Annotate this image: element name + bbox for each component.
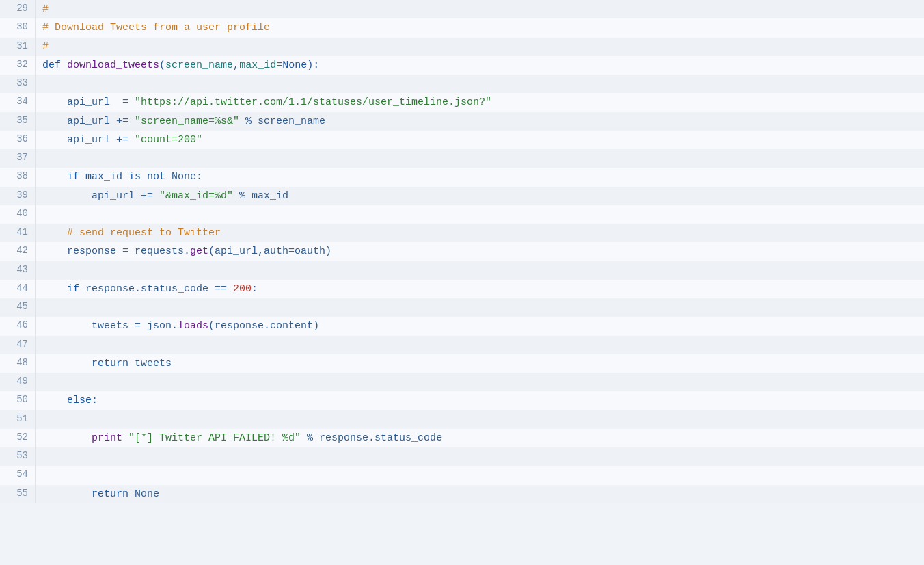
table-row: 41 # send request to Twitter bbox=[0, 224, 924, 242]
line-number: 35 bbox=[0, 112, 36, 131]
table-row: 30# Download Tweets from a user profile bbox=[0, 18, 924, 37]
line-number: 31 bbox=[0, 38, 36, 56]
table-row: 48 return tweets bbox=[0, 354, 924, 373]
table-row: 33 bbox=[0, 75, 924, 93]
token: print bbox=[92, 432, 122, 444]
line-code: def download_tweets(screen_name,max_id=N… bbox=[36, 56, 924, 75]
line-number: 38 bbox=[0, 168, 36, 186]
token: # bbox=[42, 41, 49, 53]
line-number: 43 bbox=[0, 261, 36, 280]
table-row: 54 bbox=[0, 466, 924, 484]
table-row: 53 bbox=[0, 447, 924, 466]
line-number: 37 bbox=[0, 149, 36, 168]
line-number: 40 bbox=[0, 205, 36, 224]
table-row: 37 bbox=[0, 149, 924, 168]
token: (response.content) bbox=[208, 320, 319, 332]
table-row: 55 return None bbox=[0, 485, 924, 503]
token: return bbox=[92, 488, 128, 500]
token: % max_id bbox=[233, 190, 288, 202]
table-row: 32def download_tweets(screen_name,max_id… bbox=[0, 56, 924, 75]
line-code: if response.status_code == 200: bbox=[36, 280, 924, 298]
token: "count=200" bbox=[135, 134, 202, 146]
line-code: api_url += "count=200" bbox=[36, 131, 924, 149]
line-number: 45 bbox=[0, 298, 36, 317]
token: "screen_name=%s&" bbox=[135, 116, 239, 127]
code-table: 29#30# Download Tweets from a user profi… bbox=[0, 0, 924, 503]
token: def bbox=[42, 60, 61, 71]
token: get bbox=[190, 246, 208, 257]
line-number: 32 bbox=[0, 56, 36, 75]
token: "https://api.twitter.com/1.1/statuses/us… bbox=[135, 96, 491, 108]
table-row: 29# bbox=[0, 0, 924, 18]
token: loads bbox=[178, 320, 208, 332]
token: "[*] Twitter API FAILED! %d" bbox=[128, 432, 301, 444]
line-code bbox=[36, 298, 924, 317]
token: % response.status_code bbox=[301, 432, 442, 444]
token: : bbox=[92, 395, 98, 406]
table-row: 50 else: bbox=[0, 391, 924, 410]
token: , bbox=[233, 60, 239, 71]
table-row: 43 bbox=[0, 261, 924, 280]
token bbox=[42, 358, 92, 369]
token: # Download Tweets from a bbox=[42, 22, 196, 34]
token: ( bbox=[159, 60, 165, 71]
table-row: 49 bbox=[0, 373, 924, 391]
token: None bbox=[282, 60, 307, 71]
line-code: return None bbox=[36, 485, 924, 503]
token: user bbox=[196, 22, 221, 34]
line-number: 44 bbox=[0, 280, 36, 298]
token bbox=[42, 171, 67, 183]
line-number: 48 bbox=[0, 354, 36, 373]
line-number: 36 bbox=[0, 131, 36, 149]
token: profile bbox=[221, 22, 270, 34]
line-code: api_url += "&max_id=%d" % max_id bbox=[36, 187, 924, 205]
table-row: 45 bbox=[0, 298, 924, 317]
line-code bbox=[36, 373, 924, 391]
token bbox=[42, 488, 92, 500]
table-row: 52 print "[*] Twitter API FAILED! %d" % … bbox=[0, 429, 924, 447]
line-code: # Download Tweets from a user profile bbox=[36, 18, 924, 37]
line-number: 34 bbox=[0, 93, 36, 111]
table-row: 38 if max_id is not None: bbox=[0, 168, 924, 186]
line-code: else: bbox=[36, 391, 924, 410]
line-number: 39 bbox=[0, 187, 36, 205]
table-row: 35 api_url += "screen_name=%s&" % screen… bbox=[0, 112, 924, 131]
line-code bbox=[36, 466, 924, 484]
token bbox=[42, 283, 67, 295]
table-row: 42 response = requests.get(api_url,auth=… bbox=[0, 242, 924, 261]
token bbox=[42, 395, 67, 406]
line-code bbox=[36, 261, 924, 280]
token: response = requests. bbox=[42, 246, 190, 257]
token: screen_name bbox=[165, 60, 233, 71]
line-number: 49 bbox=[0, 373, 36, 391]
table-row: 40 bbox=[0, 205, 924, 224]
line-number: 51 bbox=[0, 410, 36, 429]
token: download_tweets bbox=[67, 60, 159, 71]
token bbox=[122, 432, 128, 444]
line-number: 47 bbox=[0, 336, 36, 354]
line-code: tweets = json.loads(response.content) bbox=[36, 317, 924, 335]
line-number: 33 bbox=[0, 75, 36, 93]
line-code: response = requests.get(api_url,auth=oau… bbox=[36, 242, 924, 261]
token: "&max_id=%d" bbox=[159, 190, 233, 202]
line-number: 41 bbox=[0, 224, 36, 242]
token: if bbox=[67, 283, 79, 295]
line-code: if max_id is not None: bbox=[36, 168, 924, 186]
line-code: return tweets bbox=[36, 354, 924, 373]
token: (api_url,auth=oauth) bbox=[208, 246, 331, 257]
line-code bbox=[36, 336, 924, 354]
line-number: 54 bbox=[0, 466, 36, 484]
token bbox=[42, 227, 67, 239]
token: % screen_name bbox=[239, 116, 325, 127]
line-code: # bbox=[36, 38, 924, 56]
line-code: # send request to Twitter bbox=[36, 224, 924, 242]
line-number: 50 bbox=[0, 391, 36, 410]
token: return bbox=[92, 358, 128, 369]
table-row: 31# bbox=[0, 38, 924, 56]
line-number: 52 bbox=[0, 429, 36, 447]
token: : bbox=[252, 283, 258, 295]
token bbox=[61, 60, 67, 71]
table-row: 46 tweets = json.loads(response.content) bbox=[0, 317, 924, 335]
token: api_url += bbox=[42, 190, 159, 202]
table-row: 47 bbox=[0, 336, 924, 354]
